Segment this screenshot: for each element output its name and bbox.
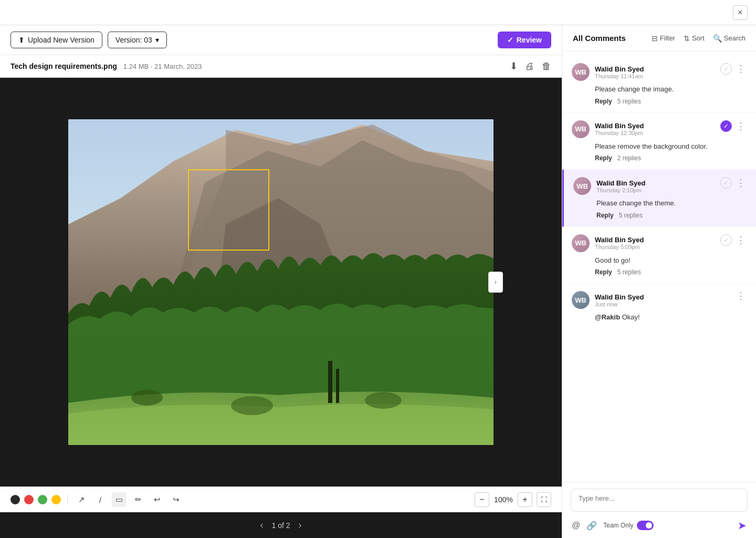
- color-red[interactable]: [24, 495, 34, 504]
- zoom-in-button[interactable]: +: [518, 492, 532, 507]
- mention-icon[interactable]: @: [572, 521, 580, 530]
- comment-item[interactable]: WB Walid Bin Syed Thursday 11:41am ✓ ⋮ P…: [562, 56, 756, 113]
- send-button[interactable]: ➤: [738, 519, 747, 532]
- comment-meta: Walid Bin Syed Thursday 2:10pm: [596, 179, 645, 193]
- filter-icon: ⊟: [652, 34, 658, 43]
- avatar: WB: [572, 291, 590, 309]
- toolbar-left: ⬆ Upload New Version Version: 03 ▾: [10, 32, 167, 48]
- svg-rect-9: [336, 369, 339, 403]
- delete-icon[interactable]: 🗑: [542, 61, 551, 72]
- comments-header: All Comments ⊟ Filter ⇅ Sort 🔍 Search: [562, 25, 756, 51]
- upload-button[interactable]: ⬆ Upload New Version: [10, 32, 102, 48]
- zoom-level: 100%: [494, 495, 513, 504]
- comment-item[interactable]: WB Walid Bin Syed Just now ⋮ @Rakib Okay…: [562, 284, 756, 333]
- file-info-bar: Tech design requirements.png 1.24 MB · 2…: [0, 55, 562, 78]
- comment-header: WB Walid Bin Syed Thursday 2:10pm ✓ ⋮: [573, 177, 747, 195]
- resolve-button[interactable]: ✓: [720, 120, 732, 132]
- comment-meta: Walid Bin Syed Thursday 12:30pm: [595, 122, 644, 136]
- comment-text: Please change the image.: [595, 84, 747, 95]
- avatar: WB: [572, 234, 590, 252]
- drawing-tools: ↗ / ▭ ✏ ↩ ↪: [10, 492, 183, 507]
- chevron-right-icon: ›: [495, 278, 497, 286]
- reply-button[interactable]: Reply: [595, 98, 612, 105]
- upload-label: Upload New Version: [28, 36, 94, 44]
- rectangle-tool[interactable]: ▭: [112, 492, 127, 507]
- comment-username: Walid Bin Syed: [595, 122, 644, 130]
- version-selector[interactable]: Version: 03 ▾: [108, 32, 167, 48]
- chevron-down-icon: ▾: [155, 36, 159, 44]
- main-layout: ⬆ Upload New Version Version: 03 ▾ ✓ Rev…: [0, 25, 756, 538]
- resolve-button[interactable]: ✓: [720, 63, 732, 75]
- filter-button[interactable]: ⊟ Filter: [652, 34, 675, 43]
- more-options-icon[interactable]: ⋮: [735, 178, 747, 188]
- image-wrapper: ›: [68, 119, 494, 445]
- fit-to-screen-button[interactable]: ⛶: [537, 492, 551, 507]
- comment-user-info: WB Walid Bin Syed Thursday 12:30pm: [572, 120, 644, 138]
- team-only-toggle[interactable]: Team Only: [603, 521, 653, 530]
- toggle-switch[interactable]: [637, 521, 654, 530]
- toolbar: ⬆ Upload New Version Version: 03 ▾ ✓ Rev…: [0, 25, 562, 55]
- comments-list: WB Walid Bin Syed Thursday 11:41am ✓ ⋮ P…: [562, 51, 756, 482]
- comment-text: @Rakib Okay!: [595, 312, 747, 323]
- comment-actions-right: ⋮: [735, 291, 747, 301]
- sort-button[interactable]: ⇅ Sort: [684, 34, 705, 43]
- resolve-button[interactable]: ✓: [720, 177, 732, 189]
- print-icon[interactable]: 🖨: [525, 61, 534, 72]
- sort-label: Sort: [692, 34, 705, 42]
- comment-item[interactable]: WB Walid Bin Syed Thursday 12:30pm ✓ ⋮ P…: [562, 113, 756, 170]
- more-options-icon[interactable]: ⋮: [735, 121, 747, 131]
- svg-rect-8: [328, 361, 332, 403]
- search-button[interactable]: 🔍 Search: [713, 34, 746, 43]
- comments-panel: All Comments ⊟ Filter ⇅ Sort 🔍 Search: [562, 25, 756, 538]
- next-page-button[interactable]: ›: [299, 520, 302, 531]
- attachment-icon[interactable]: 🔗: [586, 521, 597, 531]
- comment-user-info: WB Walid Bin Syed Thursday 11:41am: [572, 63, 644, 81]
- reply-button[interactable]: Reply: [596, 212, 614, 219]
- zoom-out-button[interactable]: −: [475, 492, 489, 507]
- reply-count: 5 replies: [617, 268, 641, 276]
- arrow-tool[interactable]: ↗: [74, 492, 89, 507]
- line-tool[interactable]: /: [93, 492, 108, 507]
- close-button[interactable]: ×: [733, 5, 748, 20]
- redo-tool[interactable]: ↪: [169, 492, 183, 507]
- resolve-button[interactable]: ✓: [720, 234, 732, 246]
- comment-header: WB Walid Bin Syed Just now ⋮: [572, 291, 747, 309]
- zoom-controls: − 100% + ⛶: [475, 492, 551, 507]
- comment-header: WB Walid Bin Syed Thursday 11:41am ✓ ⋮: [572, 63, 747, 81]
- comment-actions-right: ✓ ⋮: [720, 234, 747, 246]
- sidebar-toggle-button[interactable]: ›: [488, 272, 503, 293]
- reply-button[interactable]: Reply: [595, 154, 612, 162]
- comment-meta: Walid Bin Syed Thursday 5:09pm: [595, 236, 644, 250]
- comment-input[interactable]: [571, 489, 748, 512]
- undo-tool[interactable]: ↩: [150, 492, 164, 507]
- sort-icon: ⇅: [684, 34, 690, 43]
- comments-title: All Comments: [573, 34, 626, 43]
- svg-point-7: [365, 392, 402, 409]
- more-options-icon[interactable]: ⋮: [735, 291, 747, 301]
- comment-time: Just now: [595, 301, 644, 307]
- download-icon[interactable]: ⬇: [510, 60, 518, 72]
- avatar: WB: [572, 63, 590, 81]
- color-green[interactable]: [38, 495, 47, 504]
- comment-item-active[interactable]: WB Walid Bin Syed Thursday 2:10pm ✓ ⋮ Pl…: [562, 170, 756, 227]
- svg-point-6: [231, 396, 273, 415]
- color-yellow[interactable]: [51, 495, 61, 504]
- more-options-icon[interactable]: ⋮: [735, 235, 747, 245]
- color-black[interactable]: [10, 495, 20, 504]
- input-actions-left: @ 🔗 Team Only: [572, 521, 654, 531]
- reply-button[interactable]: Reply: [595, 268, 612, 276]
- comment-footer: Reply 5 replies: [595, 98, 747, 105]
- comment-actions-right: ✓ ⋮: [720, 63, 747, 75]
- pencil-tool[interactable]: ✏: [131, 492, 145, 507]
- avatar-image: WB: [573, 177, 591, 195]
- filter-label: Filter: [660, 34, 675, 42]
- review-button[interactable]: ✓ Review: [498, 32, 551, 48]
- more-options-icon[interactable]: ⋮: [735, 64, 747, 74]
- comment-item[interactable]: WB Walid Bin Syed Thursday 5:09pm ✓ ⋮ Go…: [562, 227, 756, 284]
- comment-actions-right: ✓ ⋮: [720, 177, 747, 189]
- top-bar: ×: [0, 0, 756, 25]
- comment-header: WB Walid Bin Syed Thursday 12:30pm ✓ ⋮: [572, 120, 747, 138]
- file-info-left: Tech design requirements.png 1.24 MB · 2…: [10, 62, 202, 70]
- avatar: WB: [573, 177, 591, 195]
- prev-page-button[interactable]: ‹: [260, 520, 263, 531]
